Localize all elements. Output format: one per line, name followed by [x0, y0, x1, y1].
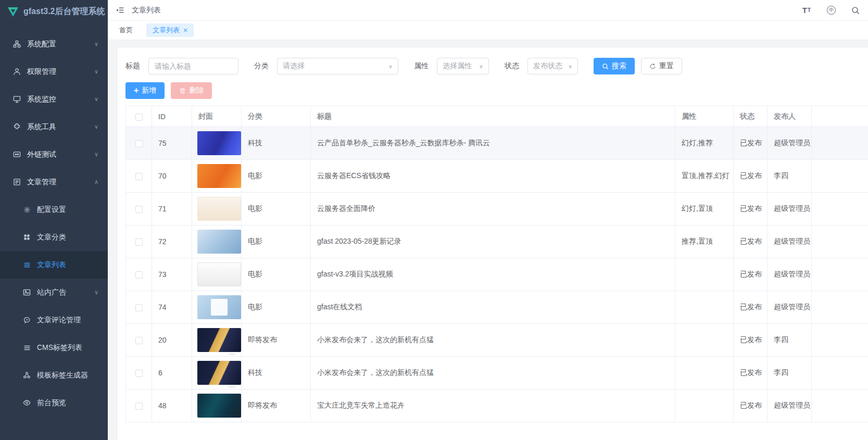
- column-header-label: ID: [158, 112, 166, 121]
- publisher-cell: 李四: [768, 324, 812, 357]
- sidebar-item[interactable]: 系统工具: [0, 113, 108, 141]
- collapse-sidebar-icon[interactable]: [116, 6, 124, 14]
- plus-icon: [134, 86, 139, 95]
- sidebar-item[interactable]: 系统监控: [0, 85, 108, 113]
- tab[interactable]: 文章列表: [146, 23, 194, 37]
- category-value: 电影: [248, 171, 262, 180]
- font-size-icon[interactable]: [802, 6, 811, 15]
- cover-cell: [192, 160, 242, 193]
- sidebar-item-label: 文章管理: [27, 178, 56, 187]
- status-value: 已发布: [740, 171, 762, 180]
- sidebar-item[interactable]: 文章管理: [0, 168, 108, 196]
- category-select[interactable]: 请选择: [277, 58, 398, 74]
- article-id-cell: 72: [152, 225, 192, 258]
- search-button[interactable]: 搜索: [594, 58, 635, 74]
- article-id: 20: [158, 336, 167, 344]
- sidebar-item-label: 系统监控: [27, 95, 56, 104]
- sidebar-item[interactable]: 外链测试: [0, 141, 108, 168]
- category-cell: 科技: [242, 357, 311, 389]
- cover-cell: …: [192, 324, 242, 357]
- more-covers-ellipsis: …: [229, 348, 236, 356]
- row-checkbox[interactable]: [135, 304, 143, 311]
- tab-label: 首页: [119, 26, 133, 35]
- row-checkbox[interactable]: [135, 206, 143, 213]
- column-header-extra: [812, 106, 868, 127]
- status-value: 已发布: [740, 303, 762, 311]
- status-value: 已发布: [740, 139, 762, 147]
- title-cell: gfast 2023-05-28更新记录: [311, 225, 675, 258]
- table-row: 6 … 科技 小米发布会来了，这次的新机有点猛 已发布 李四: [126, 357, 868, 389]
- column-header: 标题: [311, 106, 675, 127]
- article-title: gfast-v3.2项目实战视频: [317, 270, 393, 278]
- publisher-value: 超级管理员: [774, 401, 810, 409]
- publisher-cell: 超级管理员: [768, 258, 812, 291]
- tabs-bar: 首页 文章列表: [108, 21, 868, 40]
- select-all-checkbox[interactable]: [135, 114, 143, 121]
- row-checkbox[interactable]: [135, 337, 143, 344]
- category-cell: 电影: [242, 291, 311, 324]
- cover-image[interactable]: [197, 394, 241, 418]
- sidebar-item[interactable]: 文章列表: [0, 251, 108, 279]
- delete-button[interactable]: 删除: [171, 82, 212, 99]
- category-cell: 电影: [242, 160, 311, 193]
- chevron-down-icon: [94, 69, 98, 74]
- status-cell: 已发布: [734, 357, 768, 389]
- sidebar-item-label: 系统配置: [27, 40, 56, 49]
- table-row: 70 电影 云服务器ECS省钱攻略 置顶,推荐,幻灯 已发布 李四: [126, 160, 868, 193]
- chevron-down-icon: [568, 63, 572, 69]
- sidebar-item[interactable]: 前台预览: [0, 389, 108, 417]
- link-icon: [13, 150, 21, 158]
- sidebar-item[interactable]: 模板标签生成器: [0, 361, 108, 389]
- close-tab-icon[interactable]: [183, 27, 187, 34]
- category-value: 电影: [248, 237, 262, 245]
- column-header: ID: [152, 106, 192, 127]
- row-select-cell: [126, 127, 152, 160]
- sidebar-item[interactable]: 权限管理: [0, 58, 108, 85]
- status-select[interactable]: 发布状态: [527, 58, 578, 74]
- article-title: 小米发布会来了，这次的新机有点猛: [317, 335, 434, 344]
- tab[interactable]: 首页: [117, 23, 135, 37]
- sidebar-item[interactable]: 站内广告: [0, 279, 108, 306]
- cover-image[interactable]: [197, 164, 241, 188]
- row-checkbox[interactable]: [135, 403, 143, 410]
- sidebar-item[interactable]: 系统配置: [0, 30, 108, 58]
- extra-cell: [812, 193, 868, 225]
- title-filter-input[interactable]: [148, 58, 238, 74]
- category-select-placeholder: 请选择: [283, 61, 305, 71]
- article-id: 72: [158, 237, 167, 246]
- cover-cell: [192, 193, 242, 225]
- row-checkbox[interactable]: [135, 271, 143, 279]
- table-body: 75 科技 云产品首单秒杀_云服务器秒杀_云数据库秒杀- 腾讯云 幻灯,推荐 已…: [126, 127, 868, 422]
- category-cell: 科技: [242, 127, 311, 160]
- sidebar-item[interactable]: CMS标签列表: [0, 334, 108, 361]
- cover-image[interactable]: [197, 197, 241, 221]
- sidebar-item[interactable]: 配置设置: [0, 196, 108, 223]
- sidebar-item[interactable]: 文章评论管理: [0, 306, 108, 334]
- publisher-value: 李四: [774, 368, 788, 376]
- sidebar-item[interactable]: 文章分类: [0, 223, 108, 251]
- reset-button[interactable]: 重置: [641, 58, 682, 74]
- cover-image[interactable]: [197, 131, 241, 155]
- cover-image[interactable]: [197, 230, 241, 254]
- sidebar-item-label: 模板标签生成器: [37, 371, 88, 380]
- publisher-cell: 超级管理员: [768, 389, 812, 422]
- attrs-cell: 幻灯,置顶: [675, 193, 734, 225]
- row-checkbox[interactable]: [135, 370, 143, 377]
- row-checkbox[interactable]: [135, 140, 143, 147]
- article-title: 宝大庄北竟车失常上造花卉: [317, 401, 405, 409]
- chevron-down-icon: [94, 290, 98, 295]
- extra-cell: [812, 389, 868, 422]
- row-checkbox[interactable]: [135, 238, 143, 246]
- row-select-cell: [126, 357, 152, 389]
- cover-image[interactable]: [197, 295, 241, 319]
- attrs-cell: [675, 324, 734, 357]
- cover-image[interactable]: [197, 262, 241, 286]
- article-id: 70: [158, 172, 167, 180]
- articles-table: ID 封面 分类 标题 属性 状态: [125, 106, 868, 422]
- attr-select[interactable]: 选择属性: [437, 58, 489, 74]
- row-checkbox[interactable]: [135, 173, 143, 180]
- attrs-value: 推荐,置顶: [682, 237, 713, 245]
- add-button[interactable]: 新增: [125, 82, 165, 99]
- search-icon[interactable]: [851, 6, 860, 15]
- language-icon[interactable]: [827, 6, 836, 15]
